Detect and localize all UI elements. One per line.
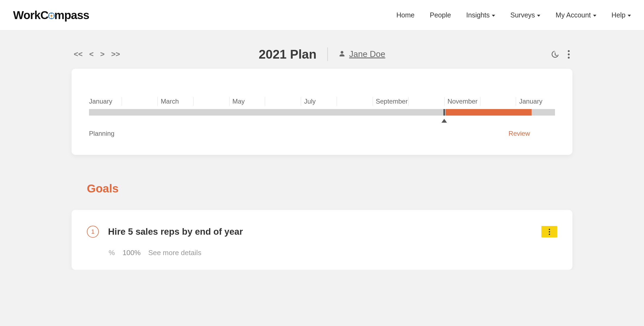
dot-icon xyxy=(568,53,570,55)
timeline-month: May xyxy=(232,99,268,107)
logo-text-pre: WorkC xyxy=(13,9,48,22)
nav-people[interactable]: People xyxy=(430,11,451,19)
nav-label: People xyxy=(430,11,451,19)
timeline-month-label: March xyxy=(161,98,179,105)
nav-label: Surveys xyxy=(510,11,535,19)
plan-nav-arrows: << < > >> xyxy=(74,50,120,59)
plan-person: Jane Doe xyxy=(327,47,385,61)
goal-card: 1 Hire 5 sales reps by end of year % 100… xyxy=(72,210,572,270)
goal-number-badge: 1 xyxy=(87,226,99,238)
timeline-month-label: November xyxy=(447,98,478,105)
timeline-month xyxy=(412,99,447,107)
chevron-down-icon xyxy=(492,15,495,17)
timeline-month-label: September xyxy=(376,98,408,105)
timeline-month xyxy=(197,99,232,107)
topbar: WorkC mpass Home People Insights Surveys… xyxy=(0,0,644,31)
plan-title: 2021 Plan xyxy=(259,47,317,62)
nav-surveys[interactable]: Surveys xyxy=(510,11,540,19)
nav-my-account[interactable]: My Account xyxy=(556,11,596,19)
timeline-track xyxy=(89,109,555,116)
plan-person-name[interactable]: Jane Doe xyxy=(349,49,385,59)
timeline-month-label: July xyxy=(304,98,316,105)
goal-more-menu[interactable] xyxy=(541,226,557,237)
see-more-details-link[interactable]: See more details xyxy=(148,249,201,257)
plan-next-button[interactable]: > xyxy=(100,50,105,59)
timeline-progress-highlight xyxy=(446,109,532,116)
nav-label: Help xyxy=(612,11,625,19)
nav-home[interactable]: Home xyxy=(396,11,415,19)
timeline: JanuaryMarchMayJulySeptemberNovemberJanu… xyxy=(89,99,555,137)
chevron-down-icon xyxy=(537,15,540,17)
goals-section-title: Goals xyxy=(87,182,572,195)
timeline-month xyxy=(125,99,161,107)
timeline-month xyxy=(483,99,519,107)
plan-prev-button[interactable]: < xyxy=(89,50,94,59)
timeline-month: July xyxy=(304,99,340,107)
timeline-month: March xyxy=(161,99,197,107)
timeline-labels: Planning Review xyxy=(89,130,555,137)
plan-title-group: 2021 Plan Jane Doe xyxy=(259,47,385,62)
chevron-down-icon xyxy=(593,15,596,17)
plan-more-menu[interactable] xyxy=(565,50,572,59)
timeline-month-label: January xyxy=(89,98,112,105)
nav-help[interactable]: Help xyxy=(612,11,631,19)
plan-header: << < > >> 2021 Plan Jane Doe xyxy=(72,50,572,59)
history-icon[interactable] xyxy=(550,50,559,59)
nav-label: Home xyxy=(396,11,415,19)
nav-insights[interactable]: Insights xyxy=(466,11,495,19)
timeline-current-marker xyxy=(443,109,445,116)
timeline-month: January xyxy=(519,99,555,107)
plan-last-button[interactable]: >> xyxy=(111,50,120,59)
timeline-month: September xyxy=(376,99,412,107)
timeline-month xyxy=(268,99,304,107)
timeline-month xyxy=(340,99,376,107)
timeline-current-indicator-icon xyxy=(441,119,447,123)
content: << < > >> 2021 Plan Jane Doe xyxy=(72,31,572,270)
timeline-review-link[interactable]: Review xyxy=(508,130,530,137)
svg-point-1 xyxy=(50,15,52,17)
nav-label: Insights xyxy=(466,11,490,19)
plan-first-button[interactable]: << xyxy=(74,50,83,59)
percent-icon: % xyxy=(109,249,115,257)
timeline-month-label: January xyxy=(519,98,542,105)
timeline-month: January xyxy=(89,99,125,107)
compass-icon xyxy=(48,12,55,19)
nav-label: My Account xyxy=(556,11,591,19)
timeline-months-row: JanuaryMarchMayJulySeptemberNovemberJanu… xyxy=(89,99,555,107)
plan-header-actions xyxy=(550,50,572,59)
timeline-card: JanuaryMarchMayJulySeptemberNovemberJanu… xyxy=(72,69,572,155)
dot-icon xyxy=(549,229,550,230)
chevron-down-icon xyxy=(628,15,631,17)
goal-title: Hire 5 sales reps by end of year xyxy=(108,227,243,237)
timeline-month-label: May xyxy=(232,98,245,105)
person-icon xyxy=(339,50,345,59)
dot-icon xyxy=(568,50,570,52)
dot-icon xyxy=(549,231,550,233)
goal-meta: % 100% See more details xyxy=(109,249,557,257)
dot-icon xyxy=(568,57,570,59)
main-nav: Home People Insights Surveys My Account … xyxy=(396,11,631,19)
timeline-month: November xyxy=(447,99,483,107)
dot-icon xyxy=(549,234,550,235)
logo-text-post: mpass xyxy=(54,9,89,22)
goal-header-row: 1 Hire 5 sales reps by end of year xyxy=(87,226,557,238)
timeline-planning-label: Planning xyxy=(89,130,114,137)
logo[interactable]: WorkC mpass xyxy=(13,9,89,22)
goal-percent: 100% xyxy=(122,249,141,257)
